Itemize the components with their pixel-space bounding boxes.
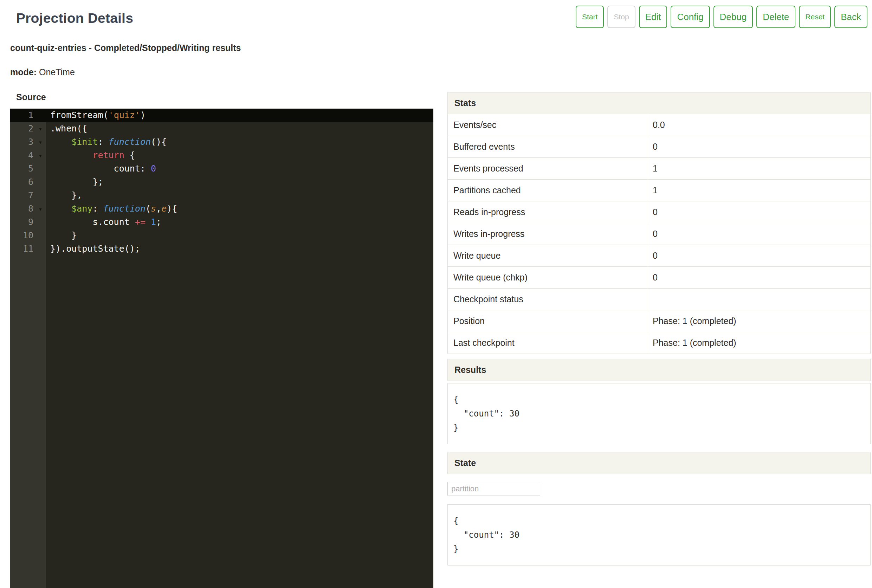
stats-table: Events/sec0.0Buffered events0Events proc… bbox=[447, 114, 871, 354]
code-text: fromStream('quiz') bbox=[46, 109, 145, 122]
code-text: }).outputState(); bbox=[46, 242, 140, 255]
mode-line: mode: OneTime bbox=[0, 67, 872, 77]
fold-spacer bbox=[35, 216, 46, 229]
code-line-7[interactable]: 7 }, bbox=[10, 189, 433, 202]
fold-spacer bbox=[35, 176, 46, 189]
stats-heading: Stats bbox=[447, 92, 871, 114]
stat-value: Phase: 1 (completed) bbox=[647, 332, 871, 354]
line-number: 6 bbox=[10, 176, 35, 189]
source-panel: Source 1fromStream('quiz')2▾.when({3▾ $i… bbox=[10, 92, 433, 588]
projection-details-page: Projection Details StartStopEditConfigDe… bbox=[0, 0, 872, 588]
stat-label: Buffered events bbox=[448, 136, 647, 158]
line-number: 1 bbox=[10, 109, 35, 122]
button-back[interactable]: Back bbox=[835, 6, 868, 28]
line-number: 3 bbox=[10, 135, 35, 148]
line-number: 7 bbox=[10, 189, 35, 202]
fold-spacer bbox=[35, 229, 46, 242]
code-text: } bbox=[46, 229, 76, 242]
code-line-10[interactable]: 10 } bbox=[10, 229, 433, 242]
fold-spacer bbox=[35, 109, 46, 122]
stats-row: Writes in-progress0 bbox=[448, 223, 871, 245]
code-text: }; bbox=[46, 176, 103, 189]
results-heading: Results bbox=[447, 359, 871, 381]
stat-label: Reads in-progress bbox=[448, 201, 647, 223]
stats-row: Events/sec0.0 bbox=[448, 114, 871, 136]
stat-label: Writes in-progress bbox=[448, 223, 647, 245]
stat-label: Position bbox=[448, 310, 647, 332]
fold-spacer bbox=[35, 242, 46, 255]
code-line-8[interactable]: 8▾ $any: function(s,e){ bbox=[10, 202, 433, 216]
stat-value: 0 bbox=[647, 223, 871, 245]
stats-row: Write queue (chkp)0 bbox=[448, 267, 871, 288]
code-text: $init: function(){ bbox=[46, 135, 166, 148]
code-line-11[interactable]: 11}).outputState(); bbox=[10, 242, 433, 255]
button-config[interactable]: Config bbox=[671, 6, 710, 28]
stat-label: Write queue (chkp) bbox=[448, 267, 647, 288]
stats-row: Events processed1 bbox=[448, 158, 871, 180]
button-reset[interactable]: Reset bbox=[799, 6, 831, 28]
stat-label: Events/sec bbox=[448, 114, 647, 136]
mode-label: mode: bbox=[10, 67, 37, 77]
stats-row: PositionPhase: 1 (completed) bbox=[448, 310, 871, 332]
state-heading: State bbox=[447, 452, 871, 474]
fold-marker-icon[interactable]: ▾ bbox=[35, 135, 46, 148]
code-text: }, bbox=[46, 189, 82, 202]
stat-value: 0 bbox=[647, 245, 871, 267]
projection-status: count-quiz-entries - Completed/Stopped/W… bbox=[0, 43, 872, 53]
fold-spacer bbox=[35, 189, 46, 202]
fold-spacer bbox=[35, 162, 46, 176]
stat-value bbox=[647, 288, 871, 310]
fold-marker-icon[interactable]: ▾ bbox=[35, 202, 46, 216]
stat-label: Last checkpoint bbox=[448, 332, 647, 354]
stat-value: 1 bbox=[647, 180, 871, 201]
stat-label: Checkpoint status bbox=[448, 288, 647, 310]
code-line-6[interactable]: 6 }; bbox=[10, 176, 433, 189]
button-stop: Stop bbox=[607, 6, 635, 28]
source-heading: Source bbox=[16, 92, 433, 102]
results-json: { "count": 30 } bbox=[447, 383, 871, 444]
top-bar: Projection Details StartStopEditConfigDe… bbox=[0, 0, 872, 28]
code-text: s.count += 1; bbox=[46, 216, 161, 229]
stats-row: Last checkpointPhase: 1 (completed) bbox=[448, 332, 871, 354]
stats-row: Checkpoint status bbox=[448, 288, 871, 310]
code-line-2[interactable]: 2▾.when({ bbox=[10, 122, 433, 135]
stats-row: Partitions cached1 bbox=[448, 180, 871, 201]
line-number: 11 bbox=[10, 242, 35, 255]
line-number: 9 bbox=[10, 216, 35, 229]
button-edit[interactable]: Edit bbox=[639, 6, 667, 28]
code-editor[interactable]: 1fromStream('quiz')2▾.when({3▾ $init: fu… bbox=[10, 109, 433, 588]
button-delete[interactable]: Delete bbox=[757, 6, 796, 28]
stat-value: 1 bbox=[647, 158, 871, 180]
code-line-1[interactable]: 1fromStream('quiz') bbox=[10, 109, 433, 122]
code-line-3[interactable]: 3▾ $init: function(){ bbox=[10, 135, 433, 148]
partition-input[interactable] bbox=[447, 482, 540, 496]
mode-value: OneTime bbox=[39, 67, 75, 77]
fold-marker-icon[interactable]: ▾ bbox=[35, 148, 46, 162]
stat-value: Phase: 1 (completed) bbox=[647, 310, 871, 332]
line-number: 5 bbox=[10, 162, 35, 176]
stats-row: Buffered events0 bbox=[448, 136, 871, 158]
code-text: return { bbox=[46, 148, 135, 162]
code-line-4[interactable]: 4▾ return { bbox=[10, 148, 433, 162]
code-line-5[interactable]: 5 count: 0 bbox=[10, 162, 433, 176]
stats-row: Write queue0 bbox=[448, 245, 871, 267]
button-start[interactable]: Start bbox=[576, 6, 604, 28]
page-title: Projection Details bbox=[16, 10, 133, 26]
code-line-9[interactable]: 9 s.count += 1; bbox=[10, 216, 433, 229]
stat-label: Write queue bbox=[448, 245, 647, 267]
stat-value: 0 bbox=[647, 267, 871, 288]
content-columns: Source 1fromStream('quiz')2▾.when({3▾ $i… bbox=[0, 92, 872, 588]
state-json: { "count": 30 } bbox=[447, 504, 871, 566]
code-text: count: 0 bbox=[46, 162, 156, 176]
fold-marker-icon[interactable]: ▾ bbox=[35, 122, 46, 135]
button-debug[interactable]: Debug bbox=[713, 6, 753, 28]
stat-value: 0 bbox=[647, 136, 871, 158]
details-panel: Stats Events/sec0.0Buffered events0Event… bbox=[447, 92, 871, 588]
stat-label: Partitions cached bbox=[448, 180, 647, 201]
line-number: 8 bbox=[10, 202, 35, 216]
code-text: .when({ bbox=[46, 122, 87, 135]
code-text: $any: function(s,e){ bbox=[46, 202, 177, 216]
line-number: 10 bbox=[10, 229, 35, 242]
stat-label: Events processed bbox=[448, 158, 647, 180]
stat-value: 0 bbox=[647, 201, 871, 223]
